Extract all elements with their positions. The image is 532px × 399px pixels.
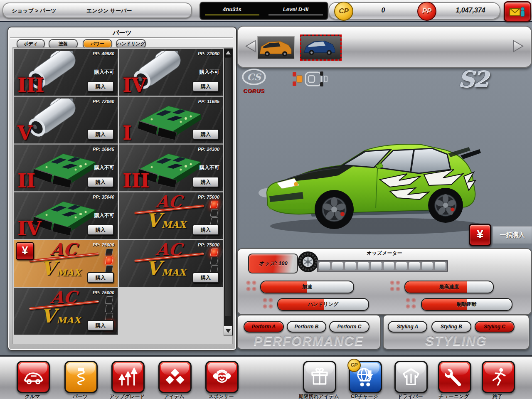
stat-decoration — [263, 298, 273, 309]
car-thumb-blue-selected[interactable] — [300, 34, 342, 61]
corus-logo: CS CORUS — [240, 68, 268, 94]
odds-segment — [409, 262, 420, 270]
odds-segment — [332, 262, 343, 270]
blue-car-icon — [301, 36, 338, 57]
cp-value: 0 — [367, 7, 400, 14]
player-info: 4nu31s Level D-III — [200, 2, 328, 20]
game-screen: ショップ > パーツ エンジン サーバー 4nu31s Level D-III … — [0, 0, 532, 399]
expired-items-button[interactable] — [303, 361, 336, 393]
part-tier: I — [123, 123, 132, 143]
driver-jacket-icon — [400, 366, 422, 388]
part-item-ecu-1[interactable]: I PP: 11685 購入 — [119, 96, 223, 144]
top-bar: ショップ > パーツ エンジン サーバー 4nu31s Level D-III … — [0, 0, 532, 22]
spring-parts-icon — [70, 366, 92, 388]
part-price: PP: 24300 — [198, 147, 219, 152]
breadcrumb[interactable]: ショップ > パーツ — [12, 7, 57, 15]
odds-segment — [421, 262, 433, 270]
stat-decoration — [246, 281, 257, 291]
scrollbar-thumb[interactable] — [225, 58, 231, 316]
parts-scrollbar[interactable] — [224, 48, 233, 336]
svg-text:CS: CS — [247, 71, 262, 82]
sponsor-menu-button[interactable] — [205, 361, 239, 393]
part-item-ac-vmax-2-selected[interactable]: ¥ AC VMAX PP: 75000 購入 — [14, 240, 118, 287]
buy-button[interactable]: 購入 — [192, 129, 219, 140]
part-price: PP: 16845 — [93, 147, 114, 152]
stat-bar-top-speed: 最高速度 — [404, 281, 494, 293]
buy-button[interactable]: 購入 — [87, 272, 114, 283]
buy-button[interactable]: 購入 — [87, 320, 114, 331]
buy-button[interactable]: 購入 — [192, 177, 219, 187]
part-unavailable: 購入不可 — [200, 69, 219, 76]
corus-wordmark: CORUS — [240, 88, 268, 94]
perform-b-button[interactable]: Perform B — [287, 321, 326, 332]
tuning-menu-button[interactable] — [438, 361, 471, 393]
server-name: エンジン サーバー — [86, 7, 132, 15]
part-price: PP: 75000 — [198, 195, 219, 200]
car-menu-button[interactable] — [17, 361, 50, 393]
item-menu-button[interactable] — [158, 361, 192, 393]
part-item-ac-vmax-1[interactable]: AC VMAX PP: 75000 購入 — [119, 192, 223, 239]
styling-watermark: STYLING — [384, 334, 529, 349]
part-item-exhaust-4[interactable]: IV PP: 72060 購入不可 購入 — [119, 49, 223, 96]
perform-a-button[interactable]: Perform A — [244, 321, 284, 332]
exit-button[interactable] — [482, 361, 515, 393]
username-underline — [205, 15, 260, 15]
buy-button[interactable]: 購入 — [87, 129, 114, 140]
stat-bar-braking: 制動距離 — [421, 298, 512, 311]
buy-button[interactable]: 購入 — [192, 81, 219, 92]
part-item-ac-vmax-4[interactable]: AC VMAX PP: 75000 購入 — [14, 288, 118, 335]
part-price: PP: 72060 — [198, 51, 219, 56]
part-unavailable: 購入不可 — [200, 164, 219, 171]
pp-value: 1,047,374 — [448, 7, 493, 14]
bulk-purchase-button[interactable]: ¥ — [469, 224, 491, 246]
part-item-exhaust-3[interactable]: III PP: 49980 購入不可 購入 — [14, 49, 118, 96]
wrench-icon — [443, 366, 466, 388]
part-tier: III — [123, 171, 150, 190]
odds-segment — [357, 262, 369, 270]
mail-button[interactable] — [504, 1, 531, 22]
parts-menu-button[interactable] — [64, 361, 98, 393]
bulk-purchase-label: 一括購入 — [493, 226, 532, 244]
level-underline — [268, 15, 323, 15]
styling-c-button[interactable]: Styling C — [475, 321, 515, 332]
styling-a-button[interactable]: Styling A — [388, 321, 427, 332]
scroll-down-button[interactable] — [224, 326, 232, 335]
buy-button[interactable]: 購入 — [87, 224, 114, 235]
buy-button[interactable]: 購入 — [192, 272, 219, 283]
part-item-exhaust-5[interactable]: V PP: 72060 購入 — [14, 96, 118, 144]
part-item-ecu-3[interactable]: III PP: 24300 購入不可 購入 — [119, 144, 223, 192]
scroll-up-button[interactable] — [224, 49, 232, 57]
exit-label: 終了 — [466, 393, 529, 399]
breadcrumb-bar: ショップ > パーツ エンジン サーバー — [2, 2, 192, 18]
cp-coin-icon: CP — [334, 2, 353, 21]
part-tier: II — [17, 171, 35, 190]
part-item-ecu-2[interactable]: II PP: 16845 購入不可 購入 — [14, 144, 118, 192]
cp-charge-button[interactable]: CP — [349, 361, 382, 393]
cp-badge: CP — [347, 359, 361, 372]
stat-bar-handling: ハンドリング — [277, 298, 369, 311]
part-tier: IV — [17, 219, 41, 238]
driver-menu-button[interactable] — [394, 361, 428, 393]
odds-segment — [370, 262, 382, 270]
gift-box-icon — [308, 366, 331, 388]
buy-button[interactable]: 購入 — [87, 177, 114, 187]
car-thumb-orange[interactable] — [257, 36, 295, 59]
stat-decoration — [390, 281, 401, 291]
part-item-ac-vmax-3[interactable]: AC VMAX PP: 75000 購入 — [119, 240, 223, 287]
sponsor-girl-icon — [211, 366, 233, 388]
part-item-ecu-4[interactable]: IV PP: 35040 購入不可 購入 — [14, 192, 118, 239]
upgrade-menu-button[interactable] — [111, 361, 145, 393]
carousel-next-icon[interactable] — [512, 39, 525, 53]
part-price: PP: 75000 — [93, 290, 114, 295]
odds-segment — [319, 262, 330, 270]
styling-b-button[interactable]: Styling B — [431, 321, 471, 332]
stat-decoration — [406, 298, 416, 309]
perform-c-button[interactable]: Perform C — [329, 321, 369, 332]
front-wheel — [315, 190, 354, 229]
buy-button[interactable]: 購入 — [87, 81, 114, 92]
carousel-prev-icon[interactable] — [244, 39, 257, 53]
parts-panel: パーツ ボディ 塗装 パワー ハンドリング III PP: 49980 購入不可… — [7, 27, 237, 351]
chassis-status-icon — [292, 71, 329, 87]
part-tier: IV — [123, 76, 146, 95]
buy-button[interactable]: 購入 — [192, 224, 219, 235]
